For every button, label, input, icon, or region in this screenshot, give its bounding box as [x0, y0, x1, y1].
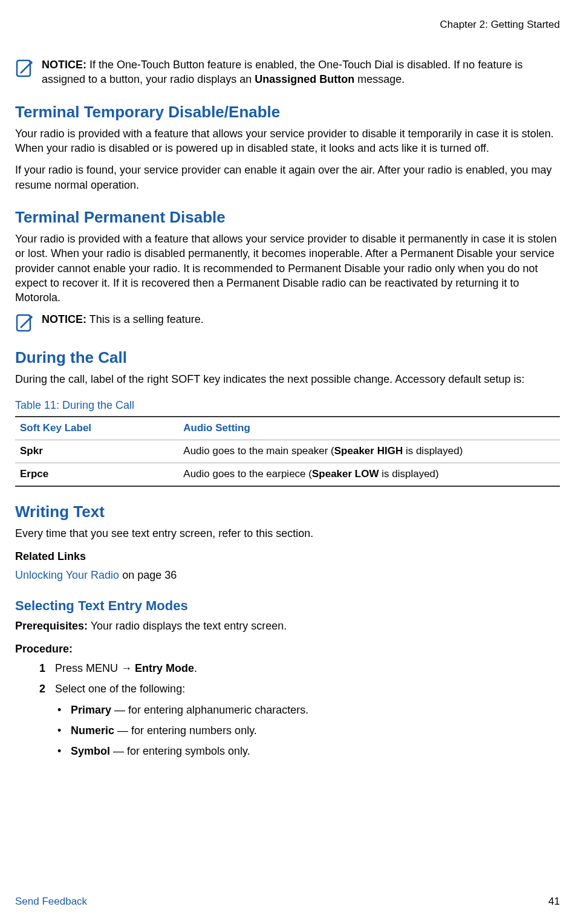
- bullet-bold: Primary: [71, 704, 111, 716]
- send-feedback-link[interactable]: Send Feedback: [15, 895, 87, 909]
- notice-icon: [15, 59, 34, 78]
- page-footer: Send Feedback 41: [15, 895, 560, 909]
- cell-post: is displayed): [379, 468, 439, 480]
- related-link-line: Unlocking Your Radio on page 36: [15, 568, 560, 582]
- table-caption: Table 11: During the Call: [15, 398, 560, 412]
- heading-during-call: During the Call: [15, 347, 560, 368]
- paragraph-writing: Every time that you see text entry scree…: [15, 526, 560, 541]
- list-item: Primary — for entering alphanumeric char…: [55, 703, 560, 717]
- svg-rect-0: [17, 60, 30, 76]
- bullet-bold: Symbol: [71, 745, 110, 757]
- table-row: Erpce Audio goes to the earpiece (Speake…: [15, 463, 560, 486]
- step1-pre: Press M: [55, 662, 95, 674]
- cell-pre: Audio goes to the earpiece (: [183, 468, 312, 480]
- cell-pre: Audio goes to the main speaker (: [183, 445, 334, 457]
- notice-label: NOTICE:: [42, 313, 86, 325]
- list-item: Symbol — for entering symbols only.: [55, 744, 560, 758]
- notice-bold-1: Unassigned Button: [255, 73, 354, 85]
- prereq-label: Prerequisites:: [15, 620, 88, 632]
- cell-audiosetting: Audio goes to the main speaker (Speaker …: [178, 440, 560, 463]
- notice-label: NOTICE:: [42, 59, 86, 71]
- table-header-col1: Soft Key Label: [15, 417, 178, 440]
- chapter-header: Chapter 2: Getting Started: [15, 18, 560, 32]
- notice-block: NOTICE: This is a selling feature.: [15, 312, 560, 333]
- step1-sc: ENU: [95, 662, 118, 674]
- notice-text: NOTICE: This is a selling feature.: [42, 312, 560, 327]
- page-number: 41: [548, 895, 560, 909]
- link-suffix: on page 36: [119, 569, 177, 581]
- cell-post: is displayed): [403, 445, 463, 457]
- procedure-step-2: Select one of the following: Primary — f…: [39, 682, 560, 758]
- procedure-list: Press MENU → Entry Mode. Select one of t…: [39, 661, 560, 758]
- heading-selecting-modes: Selecting Text Entry Modes: [15, 597, 560, 615]
- table-during-call: Soft Key Label Audio Setting Spkr Audio …: [15, 416, 560, 487]
- step1-post: .: [194, 662, 197, 674]
- paragraph-ttde-1: Your radio is provided with a feature th…: [15, 126, 560, 156]
- notice-text: NOTICE: If the One-Touch Button feature …: [42, 57, 560, 87]
- bullet-list: Primary — for entering alphanumeric char…: [55, 703, 560, 759]
- table-header-col2: Audio Setting: [178, 417, 560, 440]
- cell-audiosetting: Audio goes to the earpiece (Speaker LOW …: [178, 463, 560, 486]
- bullet-rest: — for entering alphanumeric characters.: [111, 704, 308, 716]
- table-row: Spkr Audio goes to the main speaker (Spe…: [15, 440, 560, 463]
- step1-bold: Entry Mode: [135, 662, 194, 674]
- prereq-text: Your radio displays the text entry scree…: [88, 620, 287, 632]
- bullet-rest: — for entering symbols only.: [110, 745, 250, 757]
- dc-intro-1: During the call, label of the right S: [15, 373, 178, 385]
- paragraph-during-call: During the call, label of the right SOFT…: [15, 372, 560, 386]
- notice-icon: [15, 313, 34, 333]
- dc-intro-2: key indicates the next possible change. …: [200, 373, 524, 385]
- cell-softkey: Erpce: [15, 463, 178, 486]
- procedure-step-1: Press MENU → Entry Mode.: [39, 661, 560, 675]
- notice-body-1b: message.: [354, 73, 404, 85]
- dc-intro-sc: OFT: [178, 373, 200, 385]
- related-links-heading: Related Links: [15, 549, 560, 564]
- list-item: Numeric — for entering numbers only.: [55, 723, 560, 738]
- notice-body-2: This is a selling feature.: [86, 313, 204, 325]
- svg-rect-1: [17, 315, 30, 331]
- bullet-bold: Numeric: [71, 724, 114, 737]
- cell-bold: Speaker HIGH: [334, 445, 403, 457]
- bullet-rest: — for entering numbers only.: [114, 724, 257, 737]
- cell-softkey: Spkr: [15, 440, 178, 463]
- heading-ttde: Terminal Temporary Disable/Enable: [15, 102, 560, 123]
- heading-writing-text: Writing Text: [15, 501, 560, 522]
- paragraph-tpd-1: Your radio is provided with a feature th…: [15, 232, 560, 305]
- step2-text: Select one of the following:: [55, 683, 185, 695]
- step1-arrow: →: [118, 662, 135, 674]
- paragraph-ttde-2: If your radio is found, your service pro…: [15, 163, 560, 192]
- notice-block: NOTICE: If the One-Touch Button feature …: [15, 57, 560, 87]
- prerequisites-line: Prerequisites: Your radio displays the t…: [15, 619, 560, 633]
- procedure-heading: Procedure:: [15, 642, 560, 656]
- link-unlocking-radio[interactable]: Unlocking Your Radio: [15, 569, 119, 581]
- heading-tpd: Terminal Permanent Disable: [15, 207, 560, 228]
- cell-bold: Speaker LOW: [312, 468, 379, 480]
